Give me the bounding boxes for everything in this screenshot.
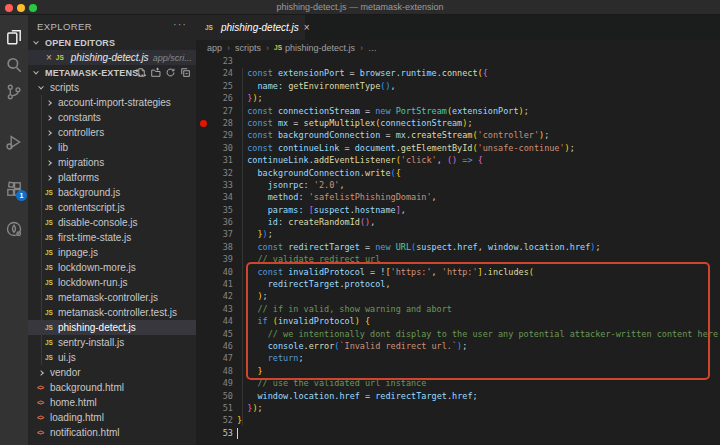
gutter[interactable]: 29: [196, 129, 237, 141]
gutter[interactable]: 33: [196, 179, 237, 191]
tree-item-disable-console.js[interactable]: JSdisable-console.js: [28, 215, 196, 230]
gutter[interactable]: 27: [196, 105, 237, 117]
code-line-28[interactable]: 28 const mx = setupMultiplex(connectionS…: [196, 117, 720, 129]
gutter[interactable]: 41: [196, 278, 237, 290]
gutter[interactable]: 38: [196, 241, 237, 253]
tree-item-lockdown-more.js[interactable]: JSlockdown-more.js: [28, 260, 196, 275]
gutter[interactable]: 51: [196, 402, 237, 414]
new-folder-icon[interactable]: [150, 67, 161, 78]
gutter[interactable]: 35: [196, 204, 237, 216]
code-line-38[interactable]: 38 const redirectTarget = new URL(suspec…: [196, 241, 720, 253]
code-line-29[interactable]: 29 const backgroundConnection = mx.creat…: [196, 129, 720, 141]
tree-item-metamask-controller.test.js[interactable]: JSmetamask-controller.test.js: [28, 305, 196, 320]
tree-item-lockdown-run.js[interactable]: JSlockdown-run.js: [28, 275, 196, 290]
gutter[interactable]: 39: [196, 253, 237, 265]
breakpoint-icon[interactable]: [200, 120, 207, 127]
code-line-40[interactable]: 40 const invalidProtocol = !['https:', '…: [196, 266, 720, 278]
tree-item-lib[interactable]: lib: [28, 140, 196, 155]
gutter[interactable]: 53: [196, 427, 237, 439]
gutter[interactable]: 46: [196, 340, 237, 352]
tree-item-background.js[interactable]: JSbackground.js: [28, 185, 196, 200]
code-line-24[interactable]: 24 const extensionPort = browser.runtime…: [196, 67, 720, 79]
tree-item-metamask-controller.js[interactable]: JSmetamask-controller.js: [28, 290, 196, 305]
open-editor-item[interactable]: × JS phishing-detect.js app/scri...: [28, 50, 196, 65]
more-actions-icon[interactable]: ···: [173, 18, 187, 30]
gutter[interactable]: 42: [196, 290, 237, 302]
close-tab-icon[interactable]: ×: [304, 22, 310, 33]
code-line-49[interactable]: 49 // use the validated url instance: [196, 377, 720, 389]
source-control-icon[interactable]: [5, 83, 23, 101]
tree-item-notification.html[interactable]: <>notification.html: [28, 425, 196, 440]
code-line-37[interactable]: 37 });: [196, 228, 720, 240]
code-line-46[interactable]: 46 console.error(`Invalid redirect url.`…: [196, 340, 720, 352]
code-line-43[interactable]: 43 // if in valid, show warning and abor…: [196, 303, 720, 315]
run-debug-icon[interactable]: [5, 133, 23, 151]
tree-item-phishing-detect.js[interactable]: JSphishing-detect.js: [28, 320, 196, 335]
code-line-42[interactable]: 42 );: [196, 290, 720, 302]
tree-item-contentscript.js[interactable]: JScontentscript.js: [28, 200, 196, 215]
code-line-36[interactable]: 36 id: createRandomId(),: [196, 216, 720, 228]
code-line-45[interactable]: 45 // we intentionally dont display to t…: [196, 328, 720, 340]
gutter[interactable]: 32: [196, 167, 237, 179]
code-line-31[interactable]: 31 continueLink.addEventListener('click'…: [196, 154, 720, 166]
gutter[interactable]: 52: [196, 414, 237, 426]
code-line-47[interactable]: 47 return;: [196, 352, 720, 364]
gutter[interactable]: 31: [196, 154, 237, 166]
tree-item-scripts[interactable]: scripts: [28, 80, 196, 95]
tab-phishing-detect[interactable]: JS phishing-detect.js ×: [196, 15, 305, 40]
new-file-icon[interactable]: [135, 67, 146, 78]
tree-item-controllers[interactable]: controllers: [28, 125, 196, 140]
search-icon[interactable]: [5, 56, 23, 74]
tree-item-ui.js[interactable]: JSui.js: [28, 350, 196, 365]
extensions-icon[interactable]: 1: [5, 180, 23, 198]
gutter[interactable]: 43: [196, 303, 237, 315]
breadcrumb-item-3[interactable]: …: [368, 43, 377, 53]
code-line-30[interactable]: 30 const continueLink = document.getElem…: [196, 142, 720, 154]
tree-item-platforms[interactable]: platforms: [28, 170, 196, 185]
breadcrumb-item-0[interactable]: app: [207, 43, 222, 53]
gutter[interactable]: 26: [196, 92, 237, 104]
tree-item-background.html[interactable]: <>background.html: [28, 380, 196, 395]
gutter[interactable]: 36: [196, 216, 237, 228]
breadcrumb-item-2[interactable]: JSphishing-detect.js: [274, 43, 355, 53]
code-line-52[interactable]: 52}: [196, 414, 720, 426]
tree-item-constants[interactable]: constants: [28, 110, 196, 125]
tree-item-first-time-state.js[interactable]: JSfirst-time-state.js: [28, 230, 196, 245]
gutter[interactable]: 44: [196, 315, 237, 327]
tree-item-migrations[interactable]: migrations: [28, 155, 196, 170]
code-line-34[interactable]: 34 method: 'safelistPhishingDomain',: [196, 191, 720, 203]
breadcrumb-item-1[interactable]: scripts: [235, 43, 261, 53]
code-line-26[interactable]: 26 });: [196, 92, 720, 104]
tree-item-loading.html[interactable]: <>loading.html: [28, 410, 196, 425]
gutter[interactable]: 49: [196, 377, 237, 389]
code-line-23[interactable]: 23: [196, 55, 720, 67]
tree-item-account-import-strategies[interactable]: account-import-strategies: [28, 95, 196, 110]
folder-section-header[interactable]: METAMASK-EXTENS...: [28, 65, 196, 80]
close-editor-icon[interactable]: ×: [46, 53, 52, 63]
open-editors-section[interactable]: OPEN EDITORS: [28, 35, 196, 50]
code-line-48[interactable]: 48 }: [196, 365, 720, 377]
gutter[interactable]: 23: [196, 55, 237, 67]
circular-extension-icon[interactable]: [5, 220, 23, 238]
gutter[interactable]: 28: [196, 117, 237, 129]
tree-item-vendor[interactable]: vendor: [28, 365, 196, 380]
gutter[interactable]: 24: [196, 67, 237, 79]
gutter[interactable]: 45: [196, 328, 237, 340]
gutter[interactable]: 25: [196, 80, 237, 92]
code-line-32[interactable]: 32 backgroundConnection.write({: [196, 167, 720, 179]
gutter[interactable]: 47: [196, 352, 237, 364]
gutter[interactable]: 30: [196, 142, 237, 154]
gutter[interactable]: 40: [196, 266, 237, 278]
code-line-50[interactable]: 50 window.location.href = redirectTarget…: [196, 390, 720, 402]
code-line-44[interactable]: 44 if (invalidProtocol) {: [196, 315, 720, 327]
code-line-35[interactable]: 35 params: [suspect.hostname],: [196, 204, 720, 216]
gutter[interactable]: 50: [196, 390, 237, 402]
tree-item-inpage.js[interactable]: JSinpage.js: [28, 245, 196, 260]
tree-item-home.html[interactable]: <>home.html: [28, 395, 196, 410]
code-line-41[interactable]: 41 redirectTarget.protocol,: [196, 278, 720, 290]
collapse-all-icon[interactable]: [180, 67, 191, 78]
code-line-33[interactable]: 33 jsonrpc: '2.0',: [196, 179, 720, 191]
gutter[interactable]: 48: [196, 365, 237, 377]
gutter[interactable]: 34: [196, 191, 237, 203]
refresh-icon[interactable]: [165, 67, 176, 78]
